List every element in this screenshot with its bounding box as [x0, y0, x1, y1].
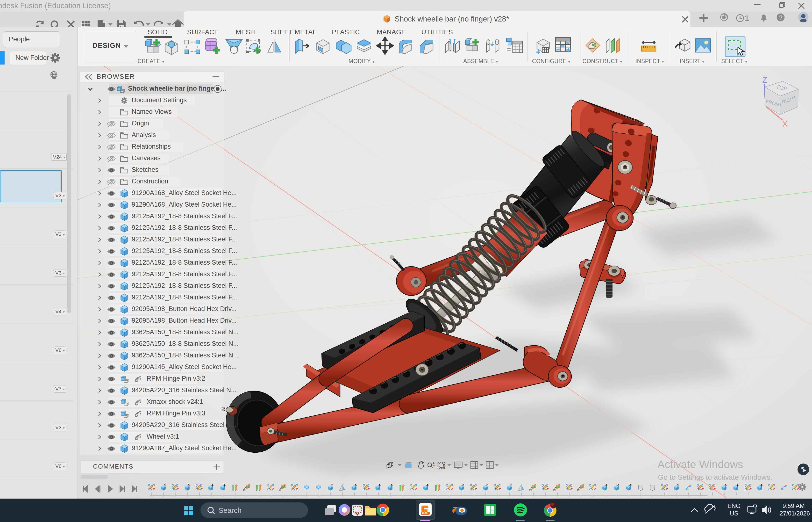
svg-text:27/01/2026: 27/01/2026: [779, 510, 810, 517]
svg-text:1: 1: [745, 14, 749, 23]
svg-text:?: ?: [779, 14, 783, 21]
svg-text:Shock wheelie bar (no finger): Shock wheelie bar (no finger) v28*: [395, 15, 509, 23]
svg-text:FUS: FUS: [422, 512, 428, 515]
svg-text:Z: Z: [762, 75, 767, 84]
svg-text:ENG: ENG: [727, 502, 741, 509]
svg-text:US: US: [730, 510, 738, 517]
svg-text:Search: Search: [218, 506, 242, 514]
svg-text:9:59 AM: 9:59 AM: [783, 502, 805, 509]
svg-text:X: X: [782, 119, 788, 128]
